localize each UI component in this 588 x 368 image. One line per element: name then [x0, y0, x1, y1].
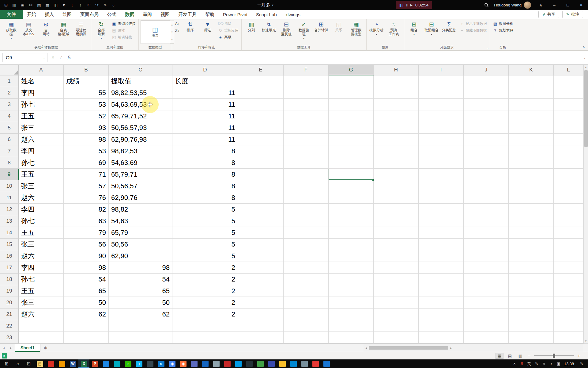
cell-B7[interactable]: 53 [64, 145, 109, 157]
taskbar-app-gray-1[interactable] [211, 359, 222, 368]
cell-J14[interactable] [464, 227, 509, 239]
cell-A16[interactable]: 赵六 [19, 250, 64, 262]
sheet-tab-sheet1[interactable]: Sheet1 [15, 344, 40, 352]
cell-J22[interactable] [464, 320, 509, 332]
tray-ime-language-indicator[interactable]: 英 [526, 359, 532, 368]
cell-J23[interactable] [464, 332, 509, 343]
cell-G13[interactable] [329, 215, 374, 227]
cell-C16[interactable]: 62,90 [109, 250, 172, 262]
sheet-nav-left-icon[interactable]: ◂ [0, 344, 7, 352]
fill-handle[interactable] [372, 179, 375, 181]
cell-B9[interactable]: 71 [64, 169, 109, 180]
cell-K13[interactable] [509, 215, 554, 227]
sheet-nav-right-icon[interactable]: ▸ [7, 344, 15, 352]
cell-A3[interactable]: 孙七 [19, 99, 64, 110]
row-header-13[interactable]: 13 [0, 215, 19, 227]
cell-K7[interactable] [509, 145, 554, 157]
cell-J16[interactable] [464, 250, 509, 262]
cell-B15[interactable]: 56 [64, 239, 109, 250]
cell-L3[interactable] [554, 99, 583, 110]
cell-H10[interactable] [374, 180, 419, 192]
cell-A20[interactable]: 张三 [19, 297, 64, 309]
get-data-dropdown-icon[interactable]: ▾ [10, 36, 12, 40]
taskbar-clock[interactable]: 13:38 [562, 362, 576, 366]
ribbon-button-get-data[interactable]: ▦获取数 据▾ [2, 19, 20, 44]
ribbon-button-sort[interactable]: ⇅排序 [182, 19, 199, 44]
cell-I2[interactable] [419, 87, 464, 99]
cell-J15[interactable] [464, 239, 509, 250]
cell-L6[interactable] [554, 134, 583, 145]
cell-L7[interactable] [554, 145, 583, 157]
cell-C8[interactable]: 54,63,69 [109, 157, 172, 169]
cell-G16[interactable] [329, 250, 374, 262]
cell-F16[interactable] [284, 250, 329, 262]
cell-B18[interactable]: 54 [64, 274, 109, 285]
cell-C14[interactable]: 65,79 [109, 227, 172, 239]
cell-J1[interactable] [464, 75, 509, 87]
cell-C23[interactable] [109, 332, 172, 343]
taskbar-excel[interactable]: X [78, 359, 89, 368]
user-avatar[interactable] [524, 2, 531, 9]
ribbon-tab-help[interactable]: 帮助 [201, 10, 219, 19]
user-name[interactable]: Houdong Wang [494, 3, 522, 7]
column-header-C[interactable]: C [109, 65, 172, 75]
cell-A9[interactable]: 王五 [19, 169, 64, 180]
ribbon-button-group[interactable]: ⊞组合▾ [405, 19, 423, 44]
group-dropdown-icon[interactable]: ▾ [413, 33, 415, 36]
cell-J7[interactable] [464, 145, 509, 157]
cell-L5[interactable] [554, 122, 583, 134]
cell-B1[interactable]: 成绩 [64, 75, 109, 87]
close-button[interactable]: ✕ [575, 0, 588, 10]
cell-K1[interactable] [509, 75, 554, 87]
row-header-10[interactable]: 10 [0, 180, 19, 192]
cell-K15[interactable] [509, 239, 554, 250]
ribbon-button-advanced[interactable]: ◈高级 [217, 34, 240, 40]
cell-K16[interactable] [509, 250, 554, 262]
column-header-F[interactable]: F [284, 65, 329, 75]
cell-E7[interactable] [238, 145, 284, 157]
row-header-19[interactable]: 19 [0, 285, 19, 297]
taskbar-app-purple-1[interactable] [189, 359, 200, 368]
cell-E20[interactable] [238, 297, 284, 309]
cell-D3[interactable]: 11 [172, 99, 238, 110]
cell-K8[interactable] [509, 157, 554, 169]
ribbon-button-subtotal[interactable]: Σ分类汇总 [440, 19, 458, 44]
cell-D23[interactable] [172, 332, 238, 343]
taskbar-firefox[interactable]: ◉ [178, 359, 189, 368]
cell-B12[interactable]: 82 [64, 204, 109, 215]
cell-D13[interactable]: 5 [172, 215, 238, 227]
cell-L9[interactable] [554, 169, 583, 180]
cell-J20[interactable] [464, 297, 509, 309]
cell-D2[interactable]: 11 [172, 87, 238, 99]
row-header-6[interactable]: 6 [0, 134, 19, 145]
cell-L19[interactable] [554, 285, 583, 297]
insert-function-icon[interactable]: fx [65, 55, 73, 60]
ribbon-button-from-text-csv[interactable]: ▤从文 本/CSV [20, 19, 37, 44]
freeze-panes-icon[interactable]: ◫ [51, 0, 60, 10]
cell-A10[interactable]: 张三 [19, 180, 64, 192]
column-header-I[interactable]: I [419, 65, 464, 75]
cell-G7[interactable] [329, 145, 374, 157]
cell-D5[interactable]: 11 [172, 122, 238, 134]
cell-F3[interactable] [284, 99, 329, 110]
cell-B6[interactable]: 98 [64, 134, 109, 145]
cell-H1[interactable] [374, 75, 419, 87]
ribbon-tab-draw[interactable]: 绘图 [58, 10, 76, 19]
row-header-22[interactable]: 22 [0, 320, 19, 332]
cell-G2[interactable] [329, 87, 374, 99]
cell-B10[interactable]: 57 [64, 180, 109, 192]
ribbon-tab-file[interactable]: 文件 [0, 10, 23, 19]
ribbon-tab-power-pivot[interactable]: Power Pivot [219, 10, 252, 19]
taskbar-app-blue-5[interactable] [288, 359, 299, 368]
taskbar-app-teal-1[interactable] [111, 359, 123, 368]
cell-H22[interactable] [374, 320, 419, 332]
sort-asc-icon[interactable]: ↓ [68, 0, 76, 10]
cell-H6[interactable] [374, 134, 419, 145]
cell-C3[interactable]: 54,63,69,53 [109, 99, 172, 110]
cell-D7[interactable]: 8 [172, 145, 238, 157]
taskbar-task-view-icon[interactable]: ⊡ [23, 359, 34, 368]
cell-D18[interactable]: 2 [172, 274, 238, 285]
cell-I19[interactable] [419, 285, 464, 297]
cell-H23[interactable] [374, 332, 419, 343]
cell-J10[interactable] [464, 180, 509, 192]
